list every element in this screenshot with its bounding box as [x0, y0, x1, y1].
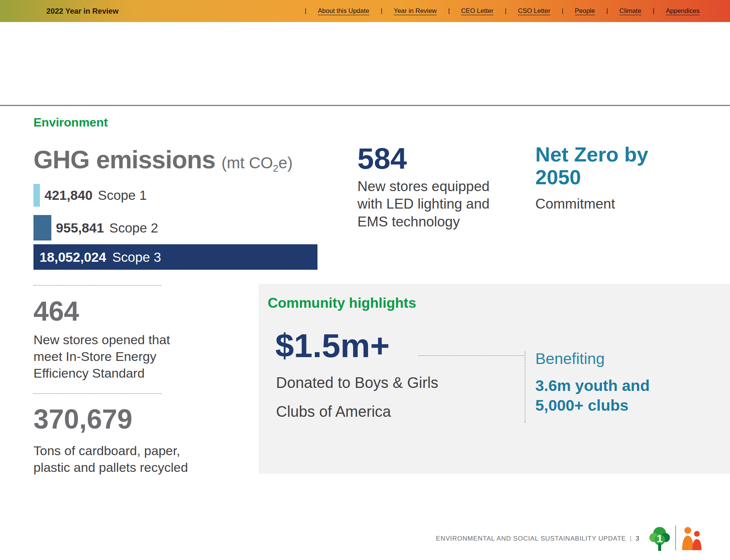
- community-benefit-value: 3.6m youth and 5,000+ clubs: [535, 376, 687, 416]
- nav-link-about-this-update[interactable]: About this Update: [318, 7, 369, 15]
- stat-new-stores-value: 464: [33, 296, 79, 327]
- stat-recycled-desc: Tons of cardboard, paper, plastic and pa…: [33, 442, 212, 476]
- scope3-value: 18,052,024: [40, 250, 106, 265]
- community-section-label: Community highlights: [268, 295, 416, 311]
- scope3-label: Scope 3: [112, 250, 161, 265]
- nav-link-cso-letter[interactable]: CSO Letter: [518, 7, 550, 15]
- dotted-divider: [33, 285, 161, 286]
- stat-recycled-value: 370,679: [33, 403, 132, 435]
- nav-link-ceo-letter[interactable]: CEO Letter: [461, 7, 494, 15]
- section-divider: [0, 105, 730, 106]
- nav-link-people[interactable]: People: [575, 7, 595, 15]
- net-zero-title: Net Zero by 2050: [535, 143, 649, 189]
- ghg-emissions-title: GHG emissions(mt CO2e): [33, 145, 293, 174]
- report-title: 2022 Year in Review: [46, 0, 119, 22]
- logo-divider: [675, 525, 676, 551]
- nav-separator: |: [381, 7, 382, 15]
- footer-label: ENVIRONMENTAL AND SOCIAL SUSTAINABILITY …: [436, 535, 626, 542]
- nav-separator: |: [305, 7, 306, 15]
- page-number: 3: [636, 535, 640, 542]
- ghg-title-text: GHG emissions: [33, 146, 216, 174]
- nav-separator: |: [505, 7, 506, 15]
- community-benefit-label: Benefiting: [535, 350, 605, 368]
- dotted-divider: [418, 355, 524, 356]
- footer-separator: |: [630, 535, 632, 542]
- dotted-vertical-divider: [525, 351, 525, 423]
- ghg-unit: (mt CO2e): [222, 154, 293, 172]
- scope3-bar: 18,052,024 Scope 3: [33, 244, 317, 270]
- family-dollar-logo: [681, 526, 703, 550]
- ghg-unit-close: e): [278, 154, 292, 172]
- svg-text:1: 1: [657, 533, 663, 544]
- nav-link-appendices[interactable]: Appendices: [666, 7, 700, 15]
- dollar-tree-logo: 1: [649, 524, 671, 552]
- ghg-chart-row-scope2: 955,841 Scope 2: [33, 215, 158, 240]
- nav-separator: |: [562, 7, 563, 15]
- nav-link-climate[interactable]: Climate: [619, 7, 641, 15]
- stat-led-value: 584: [357, 141, 407, 176]
- footer-caption: ENVIRONMENTAL AND SOCIAL SUSTAINABILITY …: [436, 535, 640, 543]
- scope1-bar: [33, 184, 40, 207]
- top-nav-bar: 2022 Year in Review | About this Update …: [0, 0, 730, 22]
- ghg-unit-open: (mt CO: [222, 154, 273, 172]
- environment-section-label: Environment: [33, 115, 108, 130]
- community-donation-amount: $1.5m+: [275, 326, 390, 365]
- nav-link-year-in-review[interactable]: Year in Review: [394, 7, 437, 15]
- scope1-value: 421,840: [44, 188, 93, 203]
- top-nav: | About this Update | Year in Review | C…: [305, 0, 700, 22]
- nav-separator: |: [448, 7, 449, 15]
- ghg-unit-subscript: 2: [273, 163, 278, 174]
- scope2-value: 955,841: [56, 220, 104, 236]
- nav-separator: |: [653, 7, 654, 15]
- ghg-chart-row-scope1: 421,840 Scope 1: [33, 184, 147, 207]
- footer-logos: 1: [649, 524, 703, 552]
- community-donation-desc: Donated to Boys & Girls Clubs of America: [276, 368, 481, 426]
- stat-new-stores-desc: New stores opened that meet In-Store Ene…: [33, 331, 193, 382]
- stat-led-desc: New stores equipped with LED lighting an…: [357, 178, 509, 231]
- nav-separator: |: [606, 7, 608, 15]
- net-zero-subtitle: Commitment: [535, 196, 615, 212]
- report-page: 2022 Year in Review | About this Update …: [0, 0, 730, 560]
- scope2-label: Scope 2: [110, 220, 158, 236]
- community-highlights-panel: Community highlights $1.5m+ Donated to B…: [259, 284, 730, 474]
- dotted-divider: [33, 393, 161, 394]
- scope1-label: Scope 1: [98, 188, 147, 203]
- scope2-bar: [33, 215, 51, 240]
